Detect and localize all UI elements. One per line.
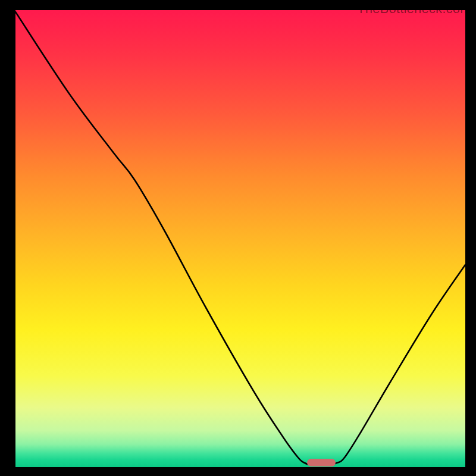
frame-border-bottom	[0, 467, 476, 476]
frame-border-right	[465, 0, 476, 476]
gradient-background	[15, 10, 465, 467]
plot-area	[15, 10, 465, 467]
watermark-text: TheBottleneck.com	[357, 1, 471, 17]
frame-border-left	[0, 0, 15, 476]
optimal-point-marker	[307, 459, 336, 466]
